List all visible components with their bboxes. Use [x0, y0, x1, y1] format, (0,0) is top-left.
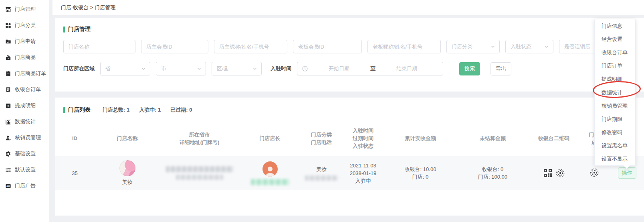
sidebar-item-store-ads[interactable]: AD 门店广告 — [0, 178, 49, 194]
folder-check-icon — [5, 38, 12, 45]
filter-store-name-input[interactable] — [63, 40, 135, 53]
col-header-entry-time: 入驻时间过期时间入驻状态 — [341, 123, 385, 156]
stat-expired: 已过期: 0 — [170, 106, 192, 114]
chevron-down-icon — [491, 44, 495, 49]
commission-icon: ¥ — [5, 102, 12, 109]
stat-total: 门店总数: 1 — [103, 106, 129, 114]
sidebar-item-store-goods-orders[interactable]: 门店商品订单 — [0, 65, 49, 81]
menu-item-change-password[interactable]: 修改密码 — [595, 126, 635, 139]
main-content: 门店-收银台 > 门店管理 门店管理 门店分类 入驻状态 是否连锁店 — [50, 0, 644, 222]
miniprogram-code-icon[interactable] — [590, 168, 599, 177]
clock-icon — [302, 66, 308, 71]
sidebar-item-store-manage[interactable]: 门店管理 — [0, 1, 49, 17]
ad-icon: AD — [5, 183, 12, 189]
store-manage-panel: 门店管理 门店分类 入驻状态 是否连锁店 门店所在区域 省 — [55, 18, 644, 92]
bar-chart-icon — [5, 118, 12, 125]
redacted-address-line1 — [166, 166, 233, 172]
storefront-icon — [5, 6, 12, 12]
region-label: 门店所在区域 — [63, 65, 95, 72]
row-action-dropdown-menu: 门店信息 经营设置 收银台订单 门店订单 提成明细 数据统计 核销员管理 门店期… — [594, 19, 636, 166]
grid-icon — [5, 22, 12, 29]
menu-item-store-orders[interactable]: 门店订单 — [595, 59, 635, 73]
col-header-unsettled: 未结算金额 — [456, 123, 529, 156]
sidebar-item-commission-detail[interactable]: ¥ 提成明细 — [0, 98, 49, 114]
sidebar-item-default-settings[interactable]: 默认设置 — [0, 162, 49, 178]
chevron-down-icon — [141, 66, 146, 71]
table-row: 35 美妆 — [55, 156, 644, 190]
cell-store-name: 美妆 — [94, 156, 160, 190]
filter-owner-info-input[interactable] — [214, 40, 287, 53]
date-to-separator: 至 — [370, 65, 375, 72]
filter-entry-status-select[interactable]: 入驻状态 — [505, 40, 553, 53]
chevron-down-icon — [544, 44, 549, 49]
start-date-placeholder: 开始日期 — [308, 65, 370, 72]
menu-item-store-info[interactable]: 门店信息 — [595, 19, 635, 33]
filter-owner-member-id-input[interactable] — [141, 40, 208, 53]
menu-item-commission-detail[interactable]: 提成明细 — [595, 73, 635, 86]
col-header-id: ID — [55, 123, 94, 156]
svg-text:¥: ¥ — [7, 104, 9, 108]
store-stats: 门店总数: 1 入驻中: 1 已过期: 0 — [103, 106, 192, 114]
redacted-address-line2 — [176, 175, 223, 180]
sidebar-item-verifier-manage[interactable]: 核销员管理 — [0, 130, 49, 146]
search-button[interactable]: 搜索 — [459, 62, 480, 75]
section-accent-bar — [63, 26, 65, 33]
filter-district-select[interactable]: 区/县 — [212, 62, 262, 75]
person-icon — [5, 134, 12, 141]
manager-avatar — [262, 161, 278, 177]
cell-address — [160, 156, 238, 190]
col-header-manager: 门店店长 — [238, 123, 301, 156]
cell-manager — [238, 156, 301, 190]
menu-item-cashier-orders[interactable]: 收银台订单 — [595, 46, 635, 59]
sidebar-item-cashier-orders[interactable]: 收银台订单 — [0, 81, 49, 98]
menu-item-verifier-manage[interactable]: 核销员管理 — [595, 99, 635, 112]
filter-store-category-select[interactable]: 门店分类 — [446, 40, 500, 53]
sidebar-item-store-category[interactable]: 门店分类 — [0, 17, 49, 33]
cell-id: 35 — [55, 156, 94, 190]
status-text: 入驻中 — [341, 177, 385, 185]
filter-city-select[interactable]: 市 — [156, 62, 206, 75]
row-action-button[interactable]: 操作 — [618, 167, 636, 179]
clipboard-icon — [5, 70, 12, 77]
bag-icon — [5, 54, 12, 61]
sidebar-item-store-goods[interactable]: 门店商品 — [0, 49, 49, 65]
breadcrumb: 门店-收银台 > 门店管理 — [52, 0, 644, 15]
list-title: 门店列表 — [68, 106, 91, 114]
menu-item-business-settings[interactable]: 经营设置 — [595, 33, 635, 46]
col-header-received: 累计实收金额 — [385, 123, 456, 156]
menu-item-store-term[interactable]: 门店期限 — [595, 112, 635, 126]
svg-text:AD: AD — [6, 185, 10, 187]
chevron-down-icon — [197, 66, 202, 71]
sidebar: 门店管理 门店分类 门店申请 门店商品 门店商品订单 收银台订单 ¥ 提成明细 … — [0, 0, 49, 222]
receipt-icon — [5, 86, 12, 93]
miniprogram-code-icon[interactable] — [556, 169, 565, 177]
end-date-placeholder: 结束日期 — [375, 65, 438, 72]
filter-row-2: 门店所在区域 省 市 区/县 入驻时间 开始日期 至 结束日期 搜索 导出 — [63, 62, 644, 75]
menu-item-set-hidden[interactable]: 设置不显示 — [595, 153, 635, 166]
section-accent-bar — [63, 107, 65, 113]
col-header-cashier-qr: 收银台二维码 — [529, 123, 578, 156]
panel-title: 门店管理 — [68, 26, 91, 33]
stat-active: 入驻中: 1 — [139, 106, 161, 114]
qr-code-icon[interactable] — [543, 169, 552, 177]
store-table: ID 门店名称 所在省市详细地址(门牌号) 门店店长 门店分类门店电话 入驻时间… — [55, 123, 644, 190]
redacted-phone — [305, 175, 338, 181]
cell-received: 收银台: 10.00 门店: 0 — [385, 156, 456, 190]
gear-icon — [5, 151, 12, 157]
sidebar-item-data-statistics[interactable]: 数据统计 — [0, 114, 49, 130]
filter-boss-info-input[interactable] — [367, 40, 441, 53]
table-header-row: ID 门店名称 所在省市详细地址(门牌号) 门店店长 门店分类门店电话 入驻时间… — [55, 123, 644, 156]
export-button[interactable]: 导出 — [491, 62, 511, 75]
filter-boss-member-id-input[interactable] — [293, 40, 362, 53]
filter-province-select[interactable]: 省 — [100, 62, 150, 75]
sidebar-item-store-apply[interactable]: 门店申请 — [0, 33, 49, 49]
sidebar-item-basic-settings[interactable]: 基础设置 — [0, 146, 49, 162]
menu-item-set-blacklist[interactable]: 设置黑名单 — [595, 139, 635, 153]
store-list-panel: 门店列表 门店总数: 1 入驻中: 1 已过期: 0 ID 门店名称 所在省市详… — [55, 98, 644, 216]
filter-row-1: 门店分类 入驻状态 是否连锁店 — [63, 40, 644, 53]
entry-date-range-input[interactable]: 开始日期 至 结束日期 — [297, 62, 443, 75]
col-header-category: 门店分类门店电话 — [301, 123, 341, 156]
sliders-icon — [5, 167, 12, 173]
cell-entry-time: 2021-11-03 2038-01-19 入驻中 — [341, 156, 385, 190]
menu-item-data-statistics[interactable]: 数据统计 — [595, 86, 635, 99]
